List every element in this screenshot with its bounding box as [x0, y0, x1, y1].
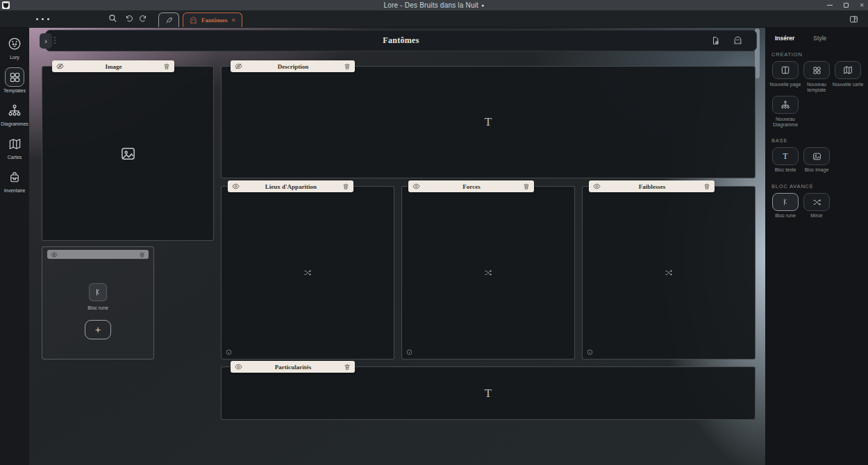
- mirror-shuffle-icon: [812, 198, 821, 207]
- mirror-block-label: Miroir: [801, 213, 833, 219]
- sidebar-label: Diagrammes: [1, 121, 28, 126]
- mirror-block-button[interactable]: [803, 193, 830, 211]
- add-rune-button[interactable]: +: [85, 320, 111, 339]
- rune-preview-label: Bloc rune: [87, 305, 108, 310]
- split-view-icon[interactable]: [849, 15, 858, 24]
- new-template-button[interactable]: [803, 61, 830, 79]
- rune-block-button[interactable]: [772, 193, 799, 211]
- templates-grid-icon: [5, 67, 24, 87]
- duplicate-page-icon[interactable]: [711, 36, 720, 45]
- backpack-icon: [5, 167, 24, 187]
- trash-icon[interactable]: [139, 251, 145, 258]
- mirror-shuffle-icon: [484, 269, 492, 277]
- redo-icon[interactable]: [139, 15, 147, 23]
- text-block-glyph: T: [485, 387, 492, 400]
- block-header-chip: [47, 250, 149, 259]
- map-icon: [5, 134, 24, 153]
- rune-icon: [89, 283, 107, 301]
- text-block-button[interactable]: T: [772, 147, 799, 165]
- window-title: Lore - Des Bruits dans la Nuit●: [0, 1, 868, 9]
- panel-tab-inserer[interactable]: Insérer: [775, 35, 794, 42]
- template-grid-icon: [812, 66, 821, 75]
- image-placeholder-icon: [120, 146, 136, 162]
- image-block-button[interactable]: [803, 147, 830, 165]
- lory-cat-icon: [5, 34, 24, 53]
- new-page-button[interactable]: [772, 61, 799, 79]
- mirror-shuffle-icon: [665, 269, 673, 277]
- tab-label: Fantômes: [201, 17, 228, 24]
- sidebar-label: Cartes: [8, 155, 22, 160]
- template-canvas[interactable]: › Fantômes Image: [29, 28, 765, 465]
- new-diagram-button[interactable]: [772, 96, 799, 114]
- panel-tab-style[interactable]: Style: [813, 35, 826, 42]
- map-icon: [843, 65, 853, 75]
- section-creation-label: CRÉATION: [771, 51, 803, 58]
- sidebar-item-inventaire[interactable]: Inventaire: [4, 167, 26, 193]
- new-map-button[interactable]: [835, 61, 861, 79]
- diagram-tree-icon: [781, 100, 790, 110]
- quill-icon: [165, 17, 173, 24]
- sidebar-label: Lory: [10, 55, 19, 60]
- tab-fantomes[interactable]: Fantômes ×: [183, 12, 242, 27]
- block-particularites[interactable]: Particularités T: [221, 366, 756, 420]
- block-lieux-apparition[interactable]: Lieux d'Apparition: [221, 186, 394, 360]
- tab-close-icon[interactable]: ×: [232, 17, 235, 24]
- titlebar: Lore - Des Bruits dans la Nuit● ×: [0, 0, 868, 10]
- new-page-label: Nouvelle page: [769, 82, 801, 87]
- toolbar: Fantômes ×: [0, 10, 868, 28]
- rune-block-label: Bloc rune: [769, 213, 801, 219]
- maximize-button[interactable]: [844, 3, 849, 8]
- new-map-label: Nouvelle carte: [832, 82, 864, 87]
- sidebar-label: Inventaire: [4, 188, 26, 193]
- ghost-template-icon[interactable]: [733, 36, 742, 45]
- page-title: Fantômes: [46, 31, 756, 51]
- section-base-label: BASE: [771, 137, 787, 144]
- diagram-tree-icon: [5, 101, 24, 120]
- block-faiblesses[interactable]: Faiblesses: [582, 186, 756, 360]
- new-template-label: Nouveau template: [801, 82, 833, 93]
- text-block-label: Bloc texte: [769, 167, 801, 173]
- section-advanced-label: BLOC AVANCÉ: [771, 183, 814, 189]
- mirror-shuffle-icon: [303, 269, 312, 277]
- tab-bar: Fantômes ×: [158, 12, 242, 27]
- book-icon: [781, 65, 790, 75]
- info-icon[interactable]: [587, 349, 593, 355]
- unsaved-indicator: ●: [481, 3, 484, 8]
- info-icon[interactable]: [406, 349, 412, 355]
- image-block-label: Bloc image: [801, 167, 833, 173]
- tab-scratchpad[interactable]: [158, 12, 179, 27]
- sidebar-item-diagrammes[interactable]: Diagrammes: [1, 101, 28, 126]
- page-header: › Fantômes: [45, 30, 757, 51]
- search-icon[interactable]: [108, 14, 117, 23]
- overflow-menu-button[interactable]: [36, 18, 49, 20]
- sidebar-label: Templates: [3, 88, 26, 93]
- app-window: Lore - Des Bruits dans la Nuit● ×: [0, 0, 868, 465]
- undo-icon[interactable]: [125, 15, 133, 23]
- eye-icon[interactable]: [51, 251, 58, 258]
- text-block-glyph: T: [485, 115, 492, 129]
- info-icon[interactable]: [226, 349, 232, 355]
- ghost-icon: [190, 17, 197, 24]
- block-forces[interactable]: Forces: [401, 186, 575, 360]
- sidebar-item-lory[interactable]: Lory: [5, 34, 24, 60]
- rune-icon: [781, 198, 790, 206]
- sidebar-item-cartes[interactable]: Cartes: [5, 134, 24, 160]
- block-rune-preview[interactable]: Bloc rune +: [42, 246, 154, 360]
- text-icon: T: [783, 151, 787, 162]
- new-diagram-label: Nouveau Diagramme: [769, 117, 801, 128]
- close-button[interactable]: ×: [860, 2, 864, 9]
- block-description[interactable]: Description T: [221, 66, 756, 178]
- left-sidebar: Lory Templates Diagrammes Cartes: [0, 28, 29, 465]
- sidebar-item-templates[interactable]: Templates: [3, 67, 26, 93]
- minimize-button[interactable]: [827, 5, 833, 6]
- right-panel: Insérer Style CRÉATION Nouvelle page Nou…: [765, 28, 868, 465]
- block-image[interactable]: Image: [42, 66, 214, 241]
- image-icon: [812, 152, 821, 161]
